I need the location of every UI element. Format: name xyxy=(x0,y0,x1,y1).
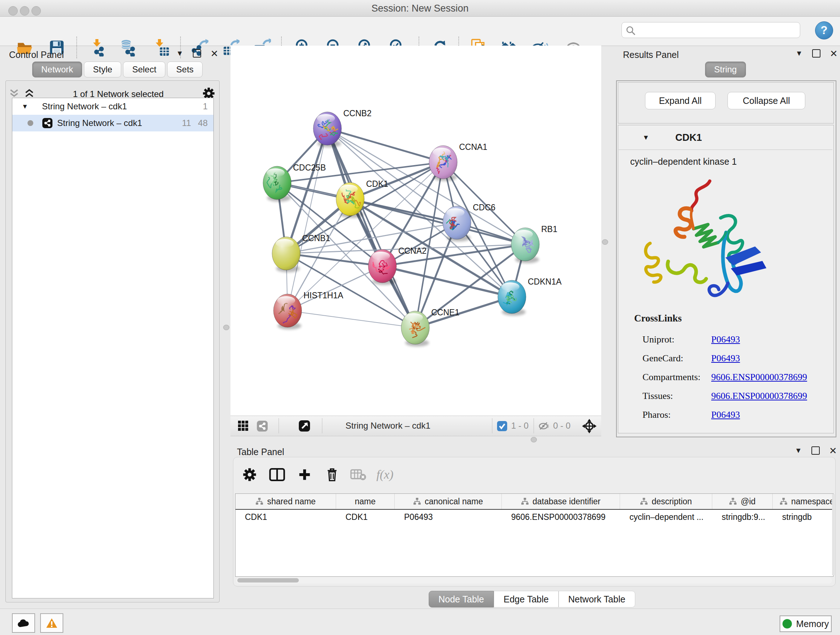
graph-edge[interactable] xyxy=(415,297,512,328)
table-row[interactable]: CDK1CDK1P064939606.ENSP00000378699cyclin… xyxy=(235,510,833,524)
crosslink-row: Tissues:9606.ENSP00000378699 xyxy=(643,386,831,405)
table-cell[interactable]: stringdb xyxy=(773,510,834,524)
graph-node-CCNA1[interactable]: CCNA1 xyxy=(429,142,487,181)
table-cell[interactable]: stringdb:9... xyxy=(712,510,773,524)
results-panel-float-icon[interactable] xyxy=(812,49,821,57)
protein-structure-image xyxy=(636,174,773,305)
table-cell[interactable]: 9606.ENSP00000378699 xyxy=(502,510,620,524)
graph-edge[interactable] xyxy=(287,266,382,310)
graph-edge[interactable] xyxy=(287,310,415,328)
cloud-status-button[interactable] xyxy=(12,613,35,633)
graph-node-CCNA2[interactable]: CCNA2 xyxy=(368,246,426,285)
memory-button[interactable]: Memory xyxy=(780,616,832,632)
add-column-icon[interactable] xyxy=(294,464,315,485)
warning-icon xyxy=(46,618,58,629)
delete-column-icon[interactable] xyxy=(322,464,342,485)
table-cell[interactable]: CDK1 xyxy=(336,510,395,524)
column-header-shared-name[interactable]: shared name xyxy=(235,494,336,509)
right-splitter-handle[interactable] xyxy=(602,239,608,245)
section-collapse-icon[interactable]: ▼ xyxy=(643,134,649,141)
graph-edge[interactable] xyxy=(327,128,443,162)
graph-node-CCNE1[interactable]: CCNE1 xyxy=(401,308,459,347)
table-scrollbar-thumb[interactable] xyxy=(237,578,299,583)
tab-network-table[interactable]: Network Table xyxy=(559,591,635,608)
memory-label: Memory xyxy=(796,619,829,629)
graph-node-HIST1H1A[interactable]: HIST1H1A xyxy=(273,291,344,329)
left-splitter-handle[interactable] xyxy=(223,325,229,330)
crosslink-label: GeneCard: xyxy=(643,353,711,364)
table-cell[interactable]: CDK1 xyxy=(235,510,336,524)
birds-eye-view-icon[interactable] xyxy=(298,420,310,433)
tab-select[interactable]: Select xyxy=(123,62,165,78)
collapse-all-button[interactable]: Collapse All xyxy=(728,92,805,109)
control-panel-float-icon[interactable] xyxy=(193,49,201,57)
table-options-gear-icon[interactable] xyxy=(240,464,260,485)
table-horizontal-scrollbar[interactable] xyxy=(236,577,832,584)
table-vertical-scrollbar[interactable] xyxy=(832,494,835,575)
tab-style[interactable]: Style xyxy=(84,62,121,78)
table-panel-collapse-icon[interactable]: ▼ xyxy=(795,447,802,455)
status-bar: Memory xyxy=(0,608,840,635)
warning-status-button[interactable] xyxy=(40,613,63,633)
show-column-icon[interactable] xyxy=(267,464,287,485)
expand-all-button[interactable]: Expand All xyxy=(645,92,715,109)
crosslink-row: Uniprot:P06493 xyxy=(643,330,831,349)
tab-sets[interactable]: Sets xyxy=(167,62,202,78)
control-panel-collapse-icon[interactable]: ▼ xyxy=(176,49,183,57)
column-header-namespace[interactable]: namespace xyxy=(773,494,834,509)
table-cell[interactable]: P06493 xyxy=(395,510,502,524)
results-panel-collapse-icon[interactable]: ▼ xyxy=(796,49,803,57)
tree-expand-icon[interactable]: ▼ xyxy=(22,103,31,111)
network-tree: ▼ String Network – cdk1 1 String Network… xyxy=(12,98,214,599)
crosslinks-title: CrossLinks xyxy=(634,313,682,324)
crosslink-row: Pharos:P06493 xyxy=(643,405,831,424)
crosslink-link[interactable]: P06493 xyxy=(711,334,740,345)
delete-table-icon-disabled xyxy=(348,464,368,485)
tab-network[interactable]: Network xyxy=(32,62,82,78)
column-header-canonical-name[interactable]: canonical name xyxy=(395,494,502,509)
graph-edge[interactable] xyxy=(287,128,327,310)
table-panel-float-icon[interactable] xyxy=(812,447,820,455)
fit-content-crosshair-icon[interactable] xyxy=(582,419,597,435)
crosslink-link[interactable]: 9606.ENSP00000378699 xyxy=(711,372,807,383)
table-panel-close-icon[interactable]: ✕ xyxy=(829,447,837,454)
hidden-eye-icon[interactable] xyxy=(538,421,549,433)
crosslink-link[interactable]: P06493 xyxy=(711,409,740,420)
network-label: String Network – cdk1 xyxy=(57,118,174,128)
network-share-gray-icon[interactable] xyxy=(256,420,268,433)
graph-node-RB1[interactable]: RB1 xyxy=(511,225,557,263)
column-header-label: database identifier xyxy=(532,497,600,507)
control-panel-close-icon[interactable]: ✕ xyxy=(210,50,218,57)
crosslink-link[interactable]: 9606.ENSP00000378699 xyxy=(711,391,807,402)
cloud-icon xyxy=(17,618,30,628)
node-label: CDKN1A xyxy=(528,277,562,287)
crosslink-label: Uniprot: xyxy=(643,334,711,345)
selected-checkbox-icon[interactable] xyxy=(497,421,508,433)
column-header-description[interactable]: description xyxy=(620,494,712,509)
tab-string[interactable]: String xyxy=(705,62,746,78)
tab-edge-table[interactable]: Edge Table xyxy=(494,591,559,608)
tab-node-table[interactable]: Node Table xyxy=(429,591,494,608)
graph-node-CDKN1A[interactable]: CDKN1A xyxy=(498,277,562,316)
node-label: CCNA1 xyxy=(459,142,487,152)
network-view-toolbar: String Network – cdk1 1 - 0 0 - 0 xyxy=(231,416,601,436)
table-header-row: shared namenamecanonical namedatabase id… xyxy=(235,494,833,510)
grid-view-icon[interactable] xyxy=(238,420,248,432)
column-header-database-identifier[interactable]: database identifier xyxy=(502,494,620,509)
network-tree-root-row[interactable]: ▼ String Network – cdk1 1 xyxy=(12,98,213,115)
search-input[interactable] xyxy=(622,22,800,38)
column-header--id[interactable]: @id xyxy=(712,494,773,509)
network-canvas[interactable]: CCNB2CCNA1CDC25BCDK1CDC6RB1CCNB1CCNA2CDK… xyxy=(231,46,601,416)
network-tree-row-selected[interactable]: String Network – cdk1 11 48 xyxy=(12,115,213,131)
help-button[interactable]: ? xyxy=(815,21,833,40)
column-header-name[interactable]: name xyxy=(336,494,395,509)
results-node-section-header[interactable]: ▼ CDK1 xyxy=(619,126,832,150)
current-network-title: String Network – cdk1 xyxy=(346,421,431,431)
node-label: RB1 xyxy=(541,225,557,234)
network-graph[interactable]: CCNB2CCNA1CDC25BCDK1CDC6RB1CCNB1CCNA2CDK… xyxy=(231,46,601,416)
crosslink-link[interactable]: P06493 xyxy=(711,353,740,364)
horizontal-splitter-handle[interactable] xyxy=(531,437,537,442)
window-titlebar: Session: New Session xyxy=(0,0,840,17)
results-panel-close-icon[interactable]: ✕ xyxy=(830,50,838,57)
table-cell[interactable]: cyclin–dependent ... xyxy=(620,510,712,524)
